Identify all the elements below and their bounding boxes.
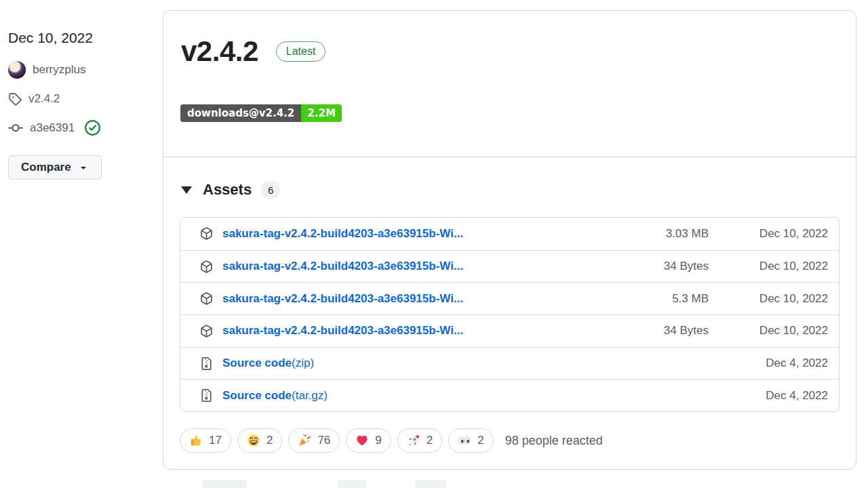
assets-toggle[interactable]: Assets 6 [181,180,840,199]
reaction-thumbs-up[interactable]: 17 [180,428,231,453]
latest-badge[interactable]: Latest [276,41,326,62]
release-date: Dec 10, 2022 [8,30,154,46]
release-sidebar: Dec 10, 2022 berryzplus v2.4.2 a3e6391 C… [8,30,154,180]
author-row: berryzplus [8,61,154,79]
asset-file-link[interactable]: sakura-tag-v2.4.2-build4203-a3e63915b-Wi… [222,324,620,338]
commit-link[interactable]: a3e6391 [30,121,75,135]
asset-date: Dec 10, 2022 [709,227,828,241]
asset-size: 5.3 MB [620,292,709,306]
assets-title: Assets [203,181,252,199]
reaction-eyes[interactable]: 2 [448,428,493,453]
asset-file-link[interactable]: sakura-tag-v2.4.2-build4203-a3e63915b-Wi… [222,227,620,241]
chevron-down-icon [78,162,89,173]
asset-size: 34 Bytes [620,324,709,338]
laugh-icon [247,434,260,447]
rocket-icon [407,434,420,447]
eyes-icon [458,434,471,447]
tag-icon [8,92,22,106]
downloads-shield-badge: downloads@v2.4.2 2.2M [180,104,342,122]
tada-icon [298,434,311,447]
asset-size: 3.03 MB [620,227,709,241]
compare-button-label: Compare [21,161,71,174]
next-release-peek [202,480,247,488]
tag-row: v2.4.2 [8,92,154,106]
tag-name: v2.4.2 [28,92,60,106]
next-release-peek [338,480,366,488]
next-release-peek [415,480,446,488]
package-icon [200,325,213,338]
release-card: v2.4.2 Latest downloads@v2.4.2 2.2M Asse… [163,10,856,470]
author-link[interactable]: berryzplus [33,63,85,77]
file-zip-icon [200,389,213,402]
table-row: sakura-tag-v2.4.2-build4203-a3e63915b-Wi… [180,250,839,283]
source-code-targz-link[interactable]: Source code(tar.gz) [222,389,620,403]
asset-date: Dec 4, 2022 [709,357,828,370]
thumbs-up-icon [189,434,203,447]
reactions-bar: 17 2 [180,428,840,453]
table-row: sakura-tag-v2.4.2-build4203-a3e63915b-Wi… [180,218,839,250]
reaction-tada[interactable]: 76 [288,428,340,453]
assets-count-badge: 6 [261,180,280,199]
shield-value: 2.2M [301,104,342,122]
asset-file-link[interactable]: sakura-tag-v2.4.2-build4203-a3e63915b-Wi… [222,260,620,273]
shield-label: downloads@v2.4.2 [180,104,301,122]
reaction-heart[interactable]: 9 [346,428,391,453]
asset-file-link[interactable]: sakura-tag-v2.4.2-build4203-a3e63915b-Wi… [222,292,620,306]
package-icon [200,260,213,273]
reaction-rocket[interactable]: 2 [397,428,442,453]
table-row: Source code(zip) Dec 4, 2022 [180,347,839,380]
file-zip-icon [200,357,213,370]
reaction-summary: 98 people reacted [505,434,603,448]
asset-date: Dec 10, 2022 [709,260,828,273]
assets-table: sakura-tag-v2.4.2-build4203-a3e63915b-Wi… [180,217,840,412]
asset-date: Dec 10, 2022 [709,292,828,306]
asset-date: Dec 10, 2022 [709,324,828,338]
verified-icon[interactable] [84,119,101,136]
asset-size: 34 Bytes [620,260,709,273]
heart-icon [355,434,369,447]
reaction-laugh[interactable]: 2 [237,428,282,453]
git-commit-icon [8,121,23,136]
table-row: Source code(tar.gz) Dec 4, 2022 [180,379,839,411]
disclosure-triangle-icon [181,186,192,194]
card-divider [163,157,856,157]
table-row: sakura-tag-v2.4.2-build4203-a3e63915b-Wi… [180,314,839,347]
avatar[interactable] [8,61,26,79]
compare-button[interactable]: Compare [8,155,102,180]
source-code-zip-link[interactable]: Source code(zip) [222,357,620,370]
package-icon [200,292,213,305]
package-icon [200,227,213,240]
release-title: v2.4.2 [181,35,258,68]
commit-row: a3e6391 [8,119,154,136]
table-row: sakura-tag-v2.4.2-build4203-a3e63915b-Wi… [180,282,839,314]
asset-date: Dec 4, 2022 [709,389,828,403]
